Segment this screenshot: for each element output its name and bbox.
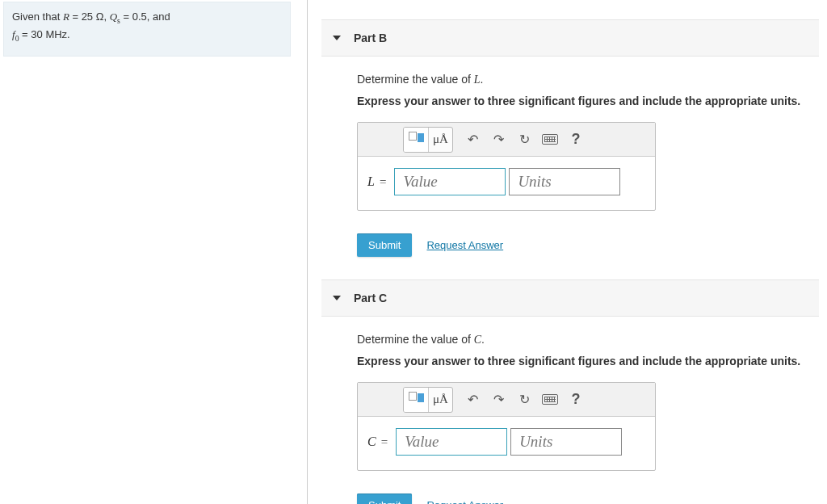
part-c-value-input[interactable]: [396, 428, 507, 456]
part-c-title: Part C: [354, 292, 387, 304]
template-group: μÅ: [403, 127, 453, 153]
given-f0-val: = 30 MHz.: [19, 28, 70, 40]
undo-icon[interactable]: ↶: [460, 388, 485, 412]
template-group: μÅ: [403, 387, 453, 413]
part-b-instruction: Express your answer to three significant…: [357, 94, 803, 107]
part-c-toolbar: μÅ ↶ ↷ ↻ ?: [358, 383, 655, 417]
redo-icon[interactable]: ↷: [485, 388, 511, 412]
reset-icon[interactable]: ↻: [511, 128, 537, 152]
var-Qs: Qs: [110, 10, 120, 23]
units-symbol-button[interactable]: μÅ: [428, 128, 452, 152]
part-b-submit-button[interactable]: Submit: [357, 233, 412, 257]
part-b-section: Part B Determine the value of L. Express…: [321, 19, 819, 275]
part-b-title: Part B: [354, 32, 387, 44]
given-R-val: = 25 Ω,: [69, 10, 110, 23]
part-c-instruction: Express your answer to three significant…: [357, 355, 803, 368]
problem-sidebar: Given that R = 25 Ω, Qs = 0.5, and f0 = …: [0, 0, 299, 504]
undo-icon[interactable]: ↶: [460, 128, 485, 152]
help-icon[interactable]: ?: [563, 388, 589, 412]
var-R: R: [63, 10, 69, 23]
part-b-answer-box: μÅ ↶ ↷ ↻ ? L =: [357, 122, 656, 211]
chevron-down-icon: [333, 36, 341, 40]
redo-icon[interactable]: ↷: [485, 128, 511, 152]
equals-sign: =: [381, 435, 388, 449]
part-c-input-row: C =: [358, 417, 655, 470]
part-c-submit-row: Submit Request Answer: [321, 479, 819, 504]
keyboard-icon[interactable]: [537, 128, 563, 152]
part-c-prompt: Determine the value of C.: [357, 333, 803, 346]
equals-sign: =: [380, 175, 386, 189]
part-b-var-label: L: [367, 174, 375, 189]
units-symbol-button[interactable]: μÅ: [428, 388, 452, 412]
part-b-prompt: Determine the value of L.: [357, 73, 803, 86]
part-c-units-input[interactable]: [510, 428, 622, 456]
part-b-toolbar: μÅ ↶ ↷ ↻ ?: [358, 123, 655, 157]
part-b-request-answer-link[interactable]: Request Answer: [426, 239, 503, 251]
var-f0: f0: [12, 28, 19, 40]
part-c-body: Determine the value of C. Express your a…: [321, 317, 819, 479]
part-c-header[interactable]: Part C: [321, 279, 819, 317]
part-b-value-input[interactable]: [394, 168, 506, 195]
part-b-header[interactable]: Part B: [321, 19, 819, 57]
part-c-request-answer-link[interactable]: Request Answer: [426, 499, 503, 504]
part-c-answer-box: μÅ ↶ ↷ ↻ ? C =: [357, 382, 656, 471]
template-icon[interactable]: [404, 128, 428, 152]
part-c-submit-button[interactable]: Submit: [357, 494, 412, 504]
part-b-submit-row: Submit Request Answer: [321, 219, 819, 275]
reset-icon[interactable]: ↻: [511, 388, 537, 412]
part-b-input-row: L =: [358, 157, 655, 210]
part-c-section: Part C Determine the value of C. Express…: [321, 279, 819, 504]
chevron-down-icon: [333, 296, 341, 300]
answer-area: Part B Determine the value of L. Express…: [321, 0, 819, 504]
given-text: Given that: [12, 10, 63, 23]
given-info: Given that R = 25 Ω, Qs = 0.5, and f0 = …: [3, 2, 291, 57]
part-c-var-label: C: [367, 435, 376, 449]
template-icon[interactable]: [404, 388, 428, 412]
given-Qs-val: = 0.5, and: [120, 10, 170, 23]
help-icon[interactable]: ?: [563, 128, 589, 152]
part-b-body: Determine the value of L. Express your a…: [321, 57, 819, 219]
column-divider: [307, 0, 308, 504]
part-b-units-input[interactable]: [509, 168, 620, 195]
keyboard-icon[interactable]: [537, 388, 563, 412]
